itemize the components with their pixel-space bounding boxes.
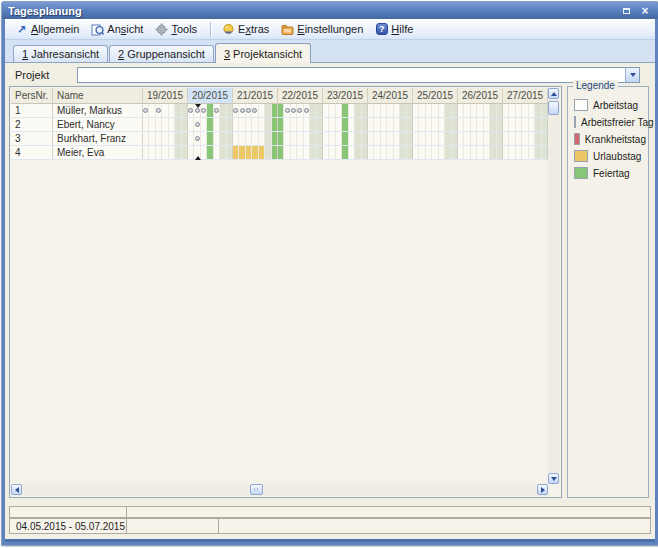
tab-gruppenansicht[interactable]: 2 Gruppenansicht <box>109 45 214 62</box>
assignment-dot-icon <box>304 108 309 113</box>
projekt-combobox[interactable] <box>77 67 640 83</box>
day-cell[interactable] <box>497 118 502 131</box>
week-header-23-2015[interactable]: 23/2015 <box>323 88 368 104</box>
day-cell[interactable] <box>227 146 232 159</box>
week-cells-19-2015 <box>143 146 188 159</box>
scroll-right-button[interactable] <box>537 484 548 495</box>
statusbar-cell <box>218 518 651 534</box>
menu-item-einstellungen[interactable]: Einstellungen <box>277 21 369 38</box>
day-cell[interactable] <box>497 146 502 159</box>
week-header-24-2015[interactable]: 24/2015 <box>368 88 413 104</box>
day-cell[interactable] <box>227 104 232 117</box>
projekt-row: Projekt <box>5 63 655 85</box>
menu-item-hilfe[interactable]: ?Hilfe <box>371 21 419 38</box>
day-cell[interactable] <box>317 132 322 145</box>
column-header-persnr[interactable]: PersNr. <box>11 88 53 104</box>
day-cell[interactable] <box>362 132 367 145</box>
horizontal-scroll-thumb[interactable] <box>250 484 263 495</box>
table-row[interactable]: 3Burkhart, Franz <box>11 132 548 146</box>
week-header-21-2015[interactable]: 21/2015 <box>233 88 278 104</box>
day-cell[interactable] <box>227 132 232 145</box>
day-cell[interactable] <box>542 118 547 131</box>
day-cell[interactable] <box>407 146 412 159</box>
day-cell[interactable] <box>452 104 457 117</box>
legend-label: Arbeitstag <box>593 100 638 111</box>
day-cell[interactable] <box>227 118 232 131</box>
day-cell[interactable] <box>317 118 322 131</box>
assignment-dot-icon <box>195 136 200 141</box>
table-row[interactable]: 2Ebert, Nancy <box>11 118 548 132</box>
day-cell[interactable] <box>272 118 277 131</box>
day-cell[interactable] <box>182 132 187 145</box>
week-header-19-2015[interactable]: 19/2015 <box>143 88 188 104</box>
scroll-up-button[interactable] <box>548 88 559 99</box>
scroll-down-button[interactable] <box>548 473 559 484</box>
day-cell[interactable] <box>182 118 187 131</box>
statusbar-cell <box>9 506 127 518</box>
dropdown-button[interactable] <box>625 68 639 82</box>
table-row[interactable]: 4Meier, Eva <box>11 146 548 160</box>
day-cell[interactable] <box>542 132 547 145</box>
day-cell[interactable] <box>317 104 322 117</box>
day-cell[interactable] <box>317 146 322 159</box>
help-icon: ? <box>375 23 388 36</box>
day-cell[interactable] <box>542 104 547 117</box>
menu-item-ansicht[interactable]: Ansicht <box>87 21 149 38</box>
week-header-25-2015[interactable]: 25/2015 <box>413 88 458 104</box>
planning-table-panel: PersNr.Name19/201520/201521/201522/20152… <box>9 86 562 498</box>
day-cell[interactable] <box>272 132 277 145</box>
day-cell[interactable] <box>497 104 502 117</box>
day-cell[interactable] <box>182 146 187 159</box>
menu-item-allgemein[interactable]: ↗Allgemein <box>11 21 85 38</box>
day-cell[interactable] <box>407 104 412 117</box>
column-header-name[interactable]: Name <box>53 88 143 104</box>
week-cells-23-2015 <box>323 104 368 117</box>
day-cell[interactable] <box>452 132 457 145</box>
assignment-dot-icon <box>188 108 193 113</box>
legend-panel: Legende ArbeitstagArbeitsfreier TagKrank… <box>567 86 649 498</box>
planning-grid: PersNr.Name19/201520/201521/201522/20152… <box>11 88 548 484</box>
week-cells-22-2015 <box>278 132 323 145</box>
week-cells-26-2015 <box>458 132 503 145</box>
day-cell[interactable] <box>407 118 412 131</box>
horizontal-scrollbar[interactable] <box>11 484 548 496</box>
assignment-dot-icon <box>297 108 302 113</box>
day-cell[interactable] <box>407 132 412 145</box>
table-row[interactable]: 1Müller, Markus <box>11 104 548 118</box>
day-cell[interactable] <box>497 132 502 145</box>
statusbar-cell <box>126 506 651 518</box>
menu-item-extras[interactable]: Extras <box>218 21 275 38</box>
week-cells-21-2015 <box>233 146 278 159</box>
menu-item-tools[interactable]: Tools <box>151 21 203 38</box>
day-cell[interactable] <box>182 104 187 117</box>
content-area: Projekt PersNr.Name19/201520/201521/2015… <box>5 63 655 539</box>
legend-title: Legende <box>573 80 618 91</box>
legend-item-urlaubstag: Urlaubstag <box>574 150 646 162</box>
today-marker-top-icon <box>195 104 201 108</box>
week-header-26-2015[interactable]: 26/2015 <box>458 88 503 104</box>
day-cell[interactable] <box>272 104 277 117</box>
close-button[interactable]: × <box>638 4 652 17</box>
week-header-27-2015[interactable]: 27/2015 <box>503 88 548 104</box>
day-cell[interactable] <box>362 146 367 159</box>
day-cell[interactable] <box>542 146 547 159</box>
week-header-22-2015[interactable]: 22/2015 <box>278 88 323 104</box>
day-cell[interactable] <box>272 146 277 159</box>
titlebar[interactable]: Tagesplanung × <box>2 2 658 19</box>
chevron-down-icon <box>630 73 636 77</box>
restore-button[interactable] <box>619 4 633 17</box>
week-header-20-2015[interactable]: 20/2015 <box>188 88 233 104</box>
vertical-scrollbar[interactable] <box>548 88 560 484</box>
day-cell[interactable] <box>362 118 367 131</box>
day-cell[interactable] <box>452 118 457 131</box>
scroll-left-button[interactable] <box>11 484 22 495</box>
week-cells-25-2015 <box>413 104 458 117</box>
assignment-dot-icon <box>233 108 238 113</box>
day-cell[interactable] <box>452 146 457 159</box>
day-cell[interactable] <box>362 104 367 117</box>
grip-icon <box>254 488 259 491</box>
cell-persnr: 1 <box>11 104 53 117</box>
vertical-scroll-thumb[interactable] <box>548 101 559 115</box>
tab-projektansicht[interactable]: 3 Projektansicht <box>215 43 311 63</box>
tab-jahresansicht[interactable]: 1 Jahresansicht <box>13 45 108 62</box>
